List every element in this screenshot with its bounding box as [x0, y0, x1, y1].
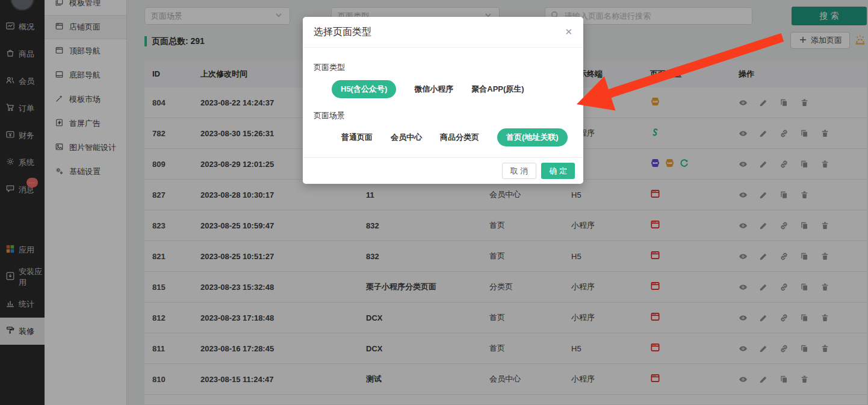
cancel-button[interactable]: 取 消: [502, 163, 537, 179]
confirm-button[interactable]: 确 定: [541, 163, 575, 179]
modal-type-label: 页面类型: [314, 62, 572, 73]
type-option-0[interactable]: H5(含公众号): [332, 80, 396, 98]
type-options-row: H5(含公众号)微信小程序聚合APP(原生): [314, 81, 572, 97]
scene-option-1[interactable]: 会员中心: [391, 132, 422, 143]
modal-header: 选择页面类型 ✕: [303, 17, 583, 48]
page-type-modal: 选择页面类型 ✕ 页面类型 H5(含公众号)微信小程序聚合APP(原生) 页面场…: [303, 17, 583, 184]
scene-option-0[interactable]: 普通页面: [341, 132, 373, 143]
scene-option-2[interactable]: 商品分类页: [440, 132, 479, 143]
modal-title: 选择页面类型: [314, 26, 371, 39]
type-option-2[interactable]: 聚合APP(原生): [471, 84, 524, 95]
modal-footer: 取 消 确 定: [303, 157, 583, 184]
scene-options-row: 普通页面会员中心商品分类页首页(地址关联): [314, 129, 572, 145]
modal-body: 页面类型 H5(含公众号)微信小程序聚合APP(原生) 页面场景 普通页面会员中…: [303, 48, 583, 145]
close-icon[interactable]: ✕: [565, 27, 572, 37]
type-option-1[interactable]: 微信小程序: [414, 84, 453, 95]
modal-scene-label: 页面场景: [314, 110, 572, 121]
scene-option-3[interactable]: 首页(地址关联): [497, 128, 568, 146]
